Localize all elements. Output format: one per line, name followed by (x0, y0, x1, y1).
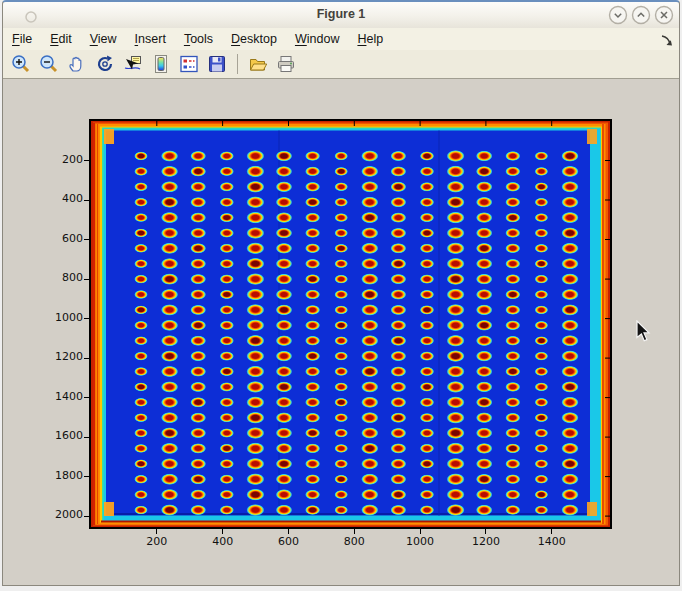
zoom-out-button[interactable] (38, 53, 60, 75)
y-tick (84, 160, 89, 161)
pan-hand-icon (67, 54, 87, 74)
x-tick (156, 529, 157, 534)
y-tick-label: 600 (25, 232, 83, 245)
legend-icon (179, 54, 199, 74)
menu-item-file[interactable]: File (12, 32, 32, 46)
figure-canvas: 2004006008001000120014002004006008001000… (3, 79, 679, 585)
x-tick-label: 200 (132, 535, 182, 548)
zoom-in-icon (11, 54, 31, 74)
zoom-out-icon (39, 54, 59, 74)
zoom-in-button[interactable] (10, 53, 32, 75)
x-tick-label: 1000 (395, 535, 445, 548)
x-tick-label: 1400 (527, 535, 577, 548)
x-tick-label: 1200 (461, 535, 511, 548)
y-tick (84, 318, 89, 319)
titlebar-controls (608, 5, 674, 25)
y-tick-label: 200 (25, 153, 83, 166)
plot-image (89, 119, 612, 529)
y-tick (84, 279, 89, 280)
x-tick (420, 529, 421, 534)
menu-item-edit[interactable]: Edit (50, 32, 72, 46)
data-cursor-icon (123, 54, 143, 74)
shade-button[interactable] (608, 5, 628, 25)
y-tick (84, 397, 89, 398)
x-tick (288, 529, 289, 534)
y-tick-label: 1600 (25, 429, 83, 442)
save-figure-button[interactable] (206, 53, 228, 75)
menu-item-tools[interactable]: Tools (184, 32, 213, 46)
menu-item-help[interactable]: Help (357, 32, 383, 46)
insert-colorbar-button[interactable] (150, 53, 172, 75)
x-tick (222, 529, 223, 534)
y-tick (84, 476, 89, 477)
y-tick (84, 200, 89, 201)
x-tick-label: 600 (263, 535, 313, 548)
data-cursor-button[interactable] (122, 53, 144, 75)
y-tick-label: 1400 (25, 390, 83, 403)
window-title: Figure 1 (3, 7, 679, 21)
y-tick (84, 516, 89, 517)
menu-bar: FileEditViewInsertToolsDesktopWindowHelp (3, 28, 679, 50)
y-tick (84, 239, 89, 240)
y-tick-label: 400 (25, 192, 83, 205)
print-figure-button[interactable] (275, 53, 297, 75)
toolbar (3, 50, 679, 79)
menu-item-insert[interactable]: Insert (135, 32, 166, 46)
save-icon (207, 54, 227, 74)
close-icon (654, 5, 674, 25)
open-file-button[interactable] (247, 53, 269, 75)
y-tick (84, 437, 89, 438)
x-tick-label: 400 (198, 535, 248, 548)
y-tick-label: 1000 (25, 311, 83, 324)
y-tick-label: 2000 (25, 508, 83, 521)
pan-button[interactable] (66, 53, 88, 75)
chevron-up-icon (631, 5, 651, 25)
menu-item-window[interactable]: Window (295, 32, 339, 46)
rotate-3d-button[interactable] (94, 53, 116, 75)
y-tick-label: 1800 (25, 469, 83, 482)
toolbar-separator (237, 54, 238, 74)
y-tick-label: 1200 (25, 350, 83, 363)
screen: Figure 1 FileEditViewInsertToolsDesktopW… (0, 0, 682, 591)
figure-window: Figure 1 FileEditViewInsertToolsDesktopW… (2, 0, 680, 586)
menu-item-desktop[interactable]: Desktop (231, 32, 277, 46)
y-tick-label: 800 (25, 271, 83, 284)
chevron-down-icon (608, 5, 628, 25)
close-button[interactable] (654, 5, 674, 25)
x-tick (551, 529, 552, 534)
print-icon (276, 54, 296, 74)
open-folder-icon (248, 54, 268, 74)
titlebar[interactable]: Figure 1 (3, 2, 679, 29)
x-tick-label: 800 (329, 535, 379, 548)
insert-legend-button[interactable] (178, 53, 200, 75)
x-tick (485, 529, 486, 534)
unshade-button[interactable] (631, 5, 651, 25)
rotate-3d-icon (95, 54, 115, 74)
menu-item-view[interactable]: View (90, 32, 117, 46)
y-tick (84, 358, 89, 359)
x-tick (354, 529, 355, 534)
axes: 2004006008001000120014002004006008001000… (61, 112, 666, 572)
colorbar-icon (151, 54, 171, 74)
mouse-cursor (636, 320, 652, 343)
heatmap-image (91, 121, 610, 527)
